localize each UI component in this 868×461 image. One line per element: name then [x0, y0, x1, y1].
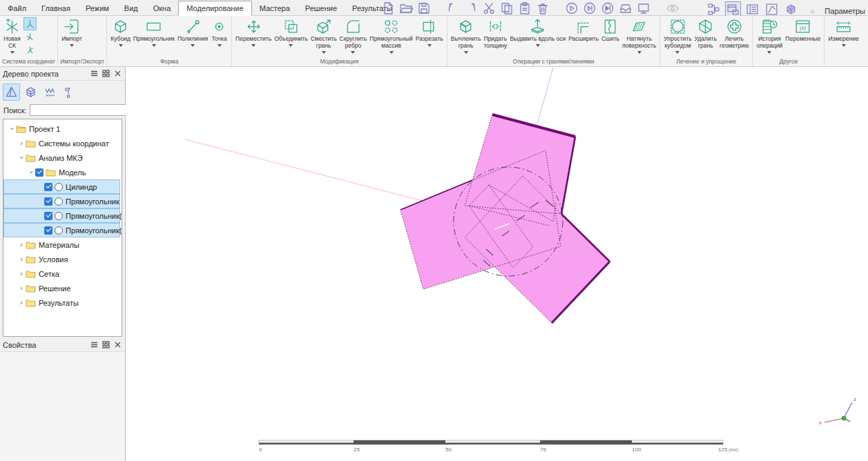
menu-icon[interactable]	[90, 340, 99, 349]
ribbon-button-variables[interactable]: (x) Переменные	[784, 17, 822, 50]
menu-icon[interactable]	[90, 69, 99, 78]
expander-icon[interactable]: ›	[17, 255, 26, 263]
ribbon-button-fillet-edge[interactable]: Скруглить ребро	[338, 17, 369, 57]
ribbon-button-new-cs[interactable]: Новая СК	[2, 17, 22, 57]
ribbon-button-offset-face[interactable]: Сместить грань	[309, 17, 338, 57]
ribbon-button-unite[interactable]: Объединить	[273, 17, 309, 50]
dock-icon[interactable]	[102, 69, 110, 78]
ribbon-button-stretch-surface[interactable]: Натянуть поверхность	[621, 17, 657, 57]
ribbon-button-split[interactable]: Разрезать	[414, 17, 445, 50]
tab-mode[interactable]: Режим	[78, 1, 117, 15]
ribbon-button-history[interactable]: История операций	[755, 17, 784, 57]
delete-icon[interactable]	[536, 1, 550, 15]
checkbox-checked[interactable]	[44, 212, 52, 220]
tree-item-rectangle-1[interactable]: Прямоугольник(1)	[3, 208, 120, 223]
tree-item-conditions[interactable]: › Условия	[3, 252, 122, 266]
heal-geometry-icon	[726, 18, 743, 35]
run-fast-icon[interactable]	[601, 1, 615, 15]
tree-item-rectangle[interactable]: Прямоугольник	[3, 194, 120, 208]
cut-icon[interactable]	[482, 1, 496, 15]
folder-icon	[16, 125, 26, 133]
ribbon-button-measure[interactable]: Измерение	[827, 17, 860, 50]
new-cs-icon	[3, 18, 21, 35]
checkbox-checked[interactable]	[35, 168, 44, 177]
viewport-canvas[interactable]: 0 25 50 75 100 125 (мм) x z	[126, 67, 868, 461]
expander-icon[interactable]: ›	[17, 284, 26, 292]
redo-icon[interactable]	[464, 1, 478, 15]
ribbon-button-polyline[interactable]: Полилиния	[176, 17, 209, 50]
open-icon[interactable]	[399, 1, 413, 15]
run-step-icon[interactable]	[583, 1, 597, 15]
ribbon-button-extract-face[interactable]: Вычленить грань	[450, 17, 483, 57]
ribbon-button-rectangle[interactable]: Прямоугольник	[132, 17, 176, 50]
run-icon[interactable]	[565, 1, 579, 15]
tree-item-materials[interactable]: › Материалы	[3, 237, 122, 252]
ribbon-button-move[interactable]: Переместить	[234, 17, 273, 50]
tree-item-results[interactable]: › Результаты	[3, 295, 122, 310]
tree-item-project[interactable]: › Проект 1	[3, 121, 122, 136]
save-icon[interactable]	[417, 1, 431, 15]
tree-item-fem-analysis[interactable]: › Анализ МКЭ	[3, 150, 122, 165]
expander-icon[interactable]: ›	[17, 139, 26, 147]
checkbox-checked[interactable]	[44, 197, 52, 206]
ribbon-button-extrude-axis[interactable]: Выдавить вдоль оси	[508, 17, 567, 50]
new-file-icon[interactable]	[381, 1, 395, 15]
close-icon[interactable]	[113, 69, 122, 78]
ribbon-group-other: История операций (x) Переменные Другое	[753, 16, 824, 66]
probe-view-button[interactable]	[61, 84, 78, 101]
expander-icon[interactable]: ›	[17, 270, 26, 277]
spring-mesh-view-button[interactable]	[41, 84, 59, 101]
expander-icon[interactable]: ›	[28, 168, 35, 177]
undo-icon[interactable]	[446, 1, 460, 15]
tree-item-mesh[interactable]: › Сетка	[3, 266, 122, 281]
expander-icon[interactable]: ›	[18, 154, 26, 162]
ribbon-button-point[interactable]: Точка	[209, 17, 229, 50]
cs-variant-button-2[interactable]	[23, 30, 37, 43]
tab-file[interactable]: Файл	[0, 1, 34, 15]
tree-item-cylinder[interactable]: Цилиндр	[3, 179, 120, 194]
ribbon-button-heal-geometry[interactable]: Лечить геометрию	[718, 17, 750, 57]
expander-icon[interactable]: ›	[8, 125, 16, 133]
checkbox-checked[interactable]	[44, 183, 52, 191]
expander-icon[interactable]: ›	[17, 241, 26, 248]
visibility-icon[interactable]	[666, 1, 679, 15]
tab-view[interactable]: Вид	[117, 1, 146, 15]
close-icon[interactable]	[113, 340, 122, 349]
copy-icon[interactable]	[500, 1, 514, 15]
ribbon-button-expand[interactable]: Расширить	[567, 17, 600, 50]
tab-windows[interactable]: Окна	[146, 1, 179, 15]
ribbon-button-simplify-cuboid[interactable]: Упростить кубоидом	[662, 17, 693, 57]
tree-item-model[interactable]: › Модель	[3, 165, 122, 179]
ribbon-button-cuboid[interactable]: Кубоид	[109, 17, 132, 50]
fit-screen-icon[interactable]	[637, 1, 650, 15]
tab-modeling[interactable]: Моделирование	[178, 1, 251, 16]
paste-icon[interactable]	[518, 1, 532, 15]
tree-item-rectangle-2[interactable]: Прямоугольник(2)	[3, 223, 120, 237]
tab-home[interactable]: Главная	[34, 1, 78, 15]
tree-item-solution[interactable]: › Решение	[3, 281, 122, 295]
ribbon-group-healing: Упростить кубоидом Удалить грань Лечить …	[660, 16, 753, 66]
search-input[interactable]	[30, 104, 133, 116]
tab-wizards[interactable]: Мастера	[252, 1, 298, 15]
ribbon-button-thicken[interactable]: Придать толщину	[482, 17, 508, 57]
dock-icon[interactable]	[102, 340, 110, 349]
ribbon-button-import[interactable]: Импорт	[60, 17, 84, 50]
tab-solution[interactable]: Решение	[298, 1, 345, 15]
archive-icon[interactable]	[619, 1, 633, 15]
viewport[interactable]: 0 25 50 75 100 125 (мм) x z	[126, 67, 868, 461]
move-icon	[245, 18, 262, 35]
tree-item-coordinate-systems[interactable]: › Системы координат	[3, 136, 122, 150]
ribbon-button-sew[interactable]: Сшить	[600, 17, 621, 50]
ribbon-button-delete-face[interactable]: Удалить грань	[693, 17, 718, 57]
cs-variant-button-1[interactable]	[23, 17, 37, 30]
cs-variant-button-3[interactable]	[23, 43, 37, 57]
shape-rectangle-top[interactable]	[465, 115, 575, 214]
collapse-ribbon-icon[interactable]: ⌂	[811, 8, 814, 14]
expander-icon[interactable]: ›	[17, 299, 26, 306]
cube-mesh-view-button[interactable]	[22, 84, 39, 101]
parameters-label[interactable]: Параметры	[824, 7, 865, 15]
tetrahedron-view-button[interactable]	[3, 84, 20, 101]
ribbon-button-rect-array[interactable]: Прямоугольный массив	[368, 17, 414, 57]
checkbox-checked[interactable]	[44, 226, 52, 235]
properties-header: Свойства	[0, 338, 125, 352]
